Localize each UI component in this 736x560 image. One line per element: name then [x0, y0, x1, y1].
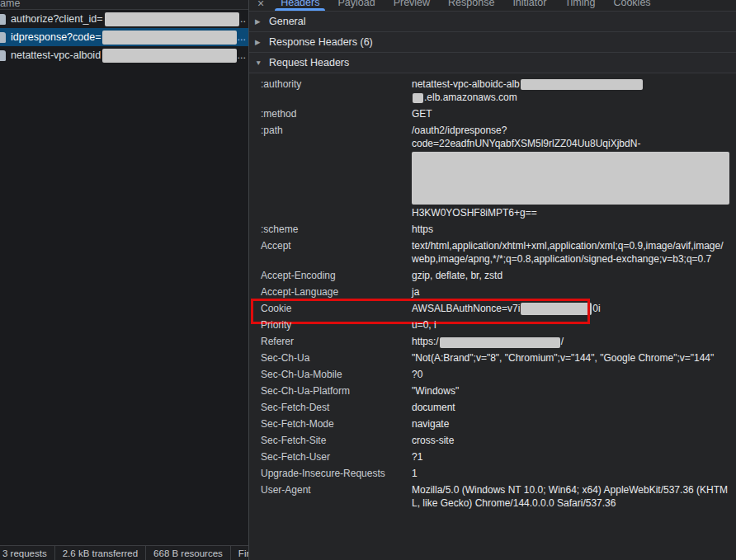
- header-value: ?0: [412, 368, 729, 381]
- header-name: :authority: [261, 78, 412, 104]
- section-general[interactable]: ▶General: [249, 12, 736, 32]
- tab-label: Initiator: [512, 0, 546, 9]
- section-label: Request Headers: [269, 57, 349, 68]
- tab-payload[interactable]: Payload: [335, 0, 377, 11]
- request-detail-pane: × HeadersPayloadPreviewResponseInitiator…: [248, 0, 736, 560]
- document-icon: [0, 32, 6, 43]
- header-sections: ▶General▶Response Headers (6)▼Request He…: [249, 11, 736, 73]
- header-row: :schemehttps: [249, 221, 736, 238]
- header-value: 1: [412, 467, 729, 480]
- document-icon: [0, 50, 6, 61]
- header-value: document: [412, 401, 729, 414]
- header-name: Sec-Ch-Ua: [261, 351, 412, 365]
- tab-label: Headers: [281, 0, 319, 9]
- redacted-value: [521, 79, 643, 90]
- header-row: Sec-Ch-Ua-Platform"Windows": [249, 383, 736, 399]
- request-row[interactable]: idpresponse?code=...: [0, 28, 248, 46]
- tab-preview[interactable]: Preview: [391, 0, 432, 11]
- header-value: navigate: [412, 417, 729, 431]
- status-item: Fin: [231, 546, 248, 560]
- header-name: Accept: [261, 239, 412, 266]
- section-label: General: [269, 16, 305, 27]
- header-value: netattest-vpc-alboidc-alb.elb.amazonaws.…: [412, 78, 729, 104]
- header-name: :path: [261, 124, 412, 219]
- request-row[interactable]: authorize?client_id=..: [0, 10, 248, 28]
- header-row: :methodGET: [249, 106, 736, 122]
- header-row: Accepttext/html,application/xhtml+xml,ap…: [249, 238, 736, 267]
- header-name: User-Agent: [261, 483, 412, 510]
- section-label: Response Headers (6): [269, 36, 373, 48]
- status-item: 2.6 kB transferred: [55, 546, 146, 560]
- tab-initiator[interactable]: Initiator: [510, 0, 549, 11]
- tab-response[interactable]: Response: [446, 0, 497, 11]
- header-row: Sec-Ch-Ua"Not(A:Brand";v="8", "Chromium"…: [249, 350, 736, 366]
- status-item: 668 B resources: [146, 546, 231, 560]
- section-response-headers-6[interactable]: ▶Response Headers (6): [249, 32, 736, 53]
- triangle-down-icon: ▼: [255, 59, 264, 67]
- header-value: ?1: [412, 450, 729, 464]
- header-name: Priority: [261, 318, 412, 332]
- header-row: Sec-Fetch-Sitecross-site: [249, 432, 736, 449]
- header-value: u=0, i: [412, 318, 729, 332]
- header-value: "Not(A:Brand";v="8", "Chromium";v="144",…: [412, 351, 729, 365]
- header-row: Sec-Fetch-Destdocument: [249, 399, 736, 416]
- request-ellipsis: ...: [238, 31, 246, 43]
- request-ellipsis: ..: [240, 13, 246, 25]
- tab-headers[interactable]: Headers: [278, 0, 322, 11]
- request-row[interactable]: netattest-vpc-alboid...: [0, 46, 248, 64]
- network-request-list-pane: Name authorize?client_id=..idpresponse?c…: [0, 0, 248, 560]
- header-row: Upgrade-Insecure-Requests1: [249, 465, 736, 482]
- triangle-right-icon: ▶: [255, 38, 264, 46]
- header-name: Sec-Ch-Ua-Platform: [261, 384, 412, 398]
- name-column-header[interactable]: Name: [0, 0, 248, 10]
- tab-cookies[interactable]: Cookies: [611, 0, 653, 11]
- name-column-label: Name: [0, 0, 20, 9]
- section-request-headers[interactable]: ▼Request Headers: [249, 53, 736, 73]
- request-label: authorize?client_id=: [11, 13, 103, 25]
- header-row: :authoritynetattest-vpc-alboidc-alb.elb.…: [249, 76, 736, 106]
- redacted-value: [412, 152, 729, 205]
- redacted-value: [413, 93, 423, 103]
- header-row: User-AgentMozilla/5.0 (Windows NT 10.0; …: [249, 482, 736, 511]
- header-row: Accept-Encodinggzip, deflate, br, zstd: [249, 267, 736, 284]
- detail-tabs: HeadersPayloadPreviewResponseInitiatorTi…: [278, 0, 666, 11]
- header-name: Sec-Fetch-Site: [261, 434, 412, 447]
- close-icon[interactable]: ×: [257, 0, 264, 10]
- header-row: Accept-Languageja: [249, 284, 736, 300]
- status-item: 3 requests: [0, 546, 55, 560]
- header-name: Accept-Language: [261, 285, 412, 299]
- header-name: Sec-Fetch-User: [261, 450, 412, 464]
- tab-label: Preview: [394, 0, 430, 9]
- request-list: authorize?client_id=..idpresponse?code=.…: [0, 10, 248, 545]
- request-ellipsis: ...: [238, 49, 246, 61]
- tab-label: Payload: [337, 0, 375, 9]
- header-name: Upgrade-Insecure-Requests: [261, 467, 412, 480]
- header-row: Sec-Fetch-User?1: [249, 449, 736, 465]
- redacted-value: [102, 49, 236, 63]
- header-name: Cookie: [261, 302, 412, 315]
- header-row: Priorityu=0, i: [249, 317, 736, 333]
- header-value: cross-site: [412, 434, 729, 447]
- request-label: netattest-vpc-alboid: [11, 49, 101, 61]
- header-name: Referer: [261, 335, 412, 348]
- header-name: :method: [261, 107, 412, 120]
- header-value: https://: [412, 335, 729, 348]
- request-label: idpresponse?code=: [11, 31, 101, 43]
- header-name: Sec-Ch-Ua-Mobile: [261, 368, 412, 381]
- header-value: text/html,application/xhtml+xml,applicat…: [412, 239, 729, 266]
- tab-label: Timing: [564, 0, 595, 9]
- request-headers-list: :authoritynetattest-vpc-alboidc-alb.elb.…: [249, 73, 736, 560]
- triangle-right-icon: ▶: [255, 17, 264, 26]
- redacted-value: [105, 12, 240, 26]
- header-value: ja: [412, 285, 729, 299]
- tab-timing[interactable]: Timing: [562, 0, 597, 11]
- header-name: Sec-Fetch-Dest: [261, 401, 412, 414]
- redacted-value: [102, 31, 236, 45]
- header-row: Refererhttps://: [249, 333, 736, 350]
- header-name: Sec-Fetch-Mode: [261, 417, 412, 431]
- header-value: gzip, deflate, br, zstd: [412, 269, 729, 282]
- redacted-value: [521, 303, 592, 315]
- detail-tab-bar: × HeadersPayloadPreviewResponseInitiator…: [249, 0, 736, 11]
- header-name: :scheme: [261, 223, 412, 236]
- header-value: /oauth2/idpresponse?code=22eadfnUNYqabfX…: [412, 124, 729, 219]
